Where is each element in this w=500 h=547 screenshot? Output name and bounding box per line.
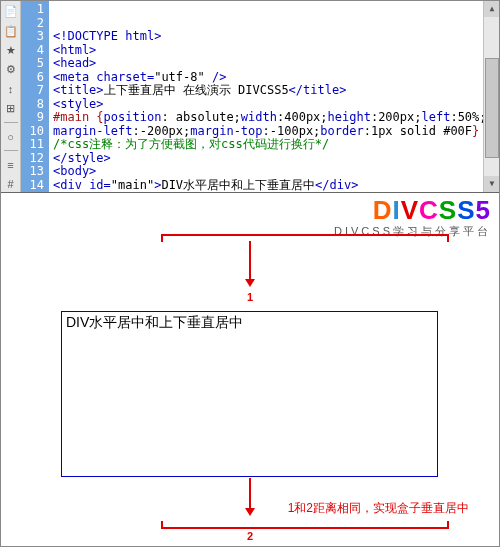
code-editor-pane: 📄 📋 ★ ⚙ ↕ ⊞ ○ ≡ # 1234567891011121314 <!… [1, 1, 499, 193]
code-line[interactable]: <style> [53, 98, 495, 112]
toolbar-separator [4, 150, 18, 151]
toolbar-separator [4, 122, 18, 123]
line-number-gutter: 1234567891011121314 [21, 1, 49, 192]
top-bracket [161, 234, 449, 242]
editor-toolbar: 📄 📋 ★ ⚙ ↕ ⊞ ○ ≡ # [1, 1, 21, 192]
code-line[interactable]: <title>上下垂直居中 在线演示 DIVCSS5</title> [53, 84, 495, 98]
tool-hash-icon[interactable]: # [3, 177, 19, 192]
code-line[interactable]: <meta charset="utf-8" /> [53, 71, 495, 85]
demo-area: 1 DIV水平居中和上下垂直居中 2 1和2距离相同，实现盒子垂直居中 [1, 231, 499, 547]
scroll-up-icon[interactable]: ▲ [484, 1, 499, 17]
scroll-thumb[interactable] [485, 58, 499, 158]
tool-sort-icon[interactable]: ↕ [3, 81, 19, 96]
tool-copy-icon[interactable]: 📋 [3, 23, 19, 38]
app-window: 📄 📋 ★ ⚙ ↕ ⊞ ○ ≡ # 1234567891011121314 <!… [0, 0, 500, 547]
tool-star-icon[interactable]: ★ [3, 43, 19, 58]
logo-text: DIVCSS5 [334, 195, 491, 226]
code-line[interactable]: <div id="main">DIV水平居中和上下垂直居中</div> [53, 179, 495, 193]
annotation-note: 1和2距离相同，实现盒子垂直居中 [288, 500, 469, 517]
tool-grid-icon[interactable]: ⊞ [3, 101, 19, 116]
arrow-down-2-icon [245, 478, 255, 516]
code-line[interactable]: </style> [53, 152, 495, 166]
tool-new-icon[interactable]: 📄 [3, 4, 19, 19]
distance-label-1: 1 [247, 291, 253, 303]
vertical-scrollbar[interactable]: ▲ ▼ [483, 1, 499, 192]
scroll-down-icon[interactable]: ▼ [484, 176, 499, 192]
code-line[interactable]: <head> [53, 57, 495, 71]
centered-div-box: DIV水平居中和上下垂直居中 [61, 311, 438, 477]
preview-pane: DIVCSS5 DIVCSS学习与分享平台 1 DIV水平居中和上下垂直居中 2… [1, 193, 499, 547]
code-line[interactable]: <!DOCTYPE html> [53, 30, 495, 44]
tool-circle-icon[interactable]: ○ [3, 129, 19, 144]
code-line[interactable]: #main {position: absolute;width:400px;he… [53, 111, 495, 125]
code-area[interactable]: <!DOCTYPE html><html><head><meta charset… [49, 1, 499, 192]
bottom-bracket [161, 521, 449, 529]
code-line[interactable]: margin-left:-200px;margin-top:-100px;bor… [53, 125, 495, 139]
distance-label-2: 2 [247, 530, 253, 542]
arrow-down-1-icon [245, 241, 255, 287]
code-line[interactable]: <html> [53, 44, 495, 58]
code-line[interactable]: /*css注释：为了方便截图，对css代码进行换行*/ [53, 138, 495, 152]
tool-list-icon[interactable]: ≡ [3, 157, 19, 172]
code-line[interactable]: <body> [53, 165, 495, 179]
tool-gear-icon[interactable]: ⚙ [3, 62, 19, 77]
